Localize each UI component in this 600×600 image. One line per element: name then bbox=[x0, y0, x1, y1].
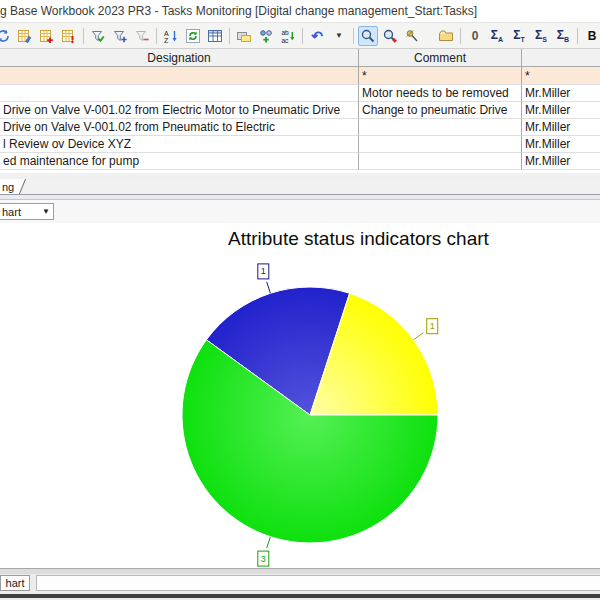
sort-az-icon[interactable]: AZ bbox=[161, 26, 181, 46]
sum-b-icon[interactable]: ΣB bbox=[553, 26, 573, 46]
sheet-add-icon[interactable] bbox=[37, 26, 57, 46]
toolbar-separator bbox=[83, 28, 84, 44]
chart-title: Attribute status indicators chart bbox=[228, 228, 489, 250]
filter-row: ** bbox=[0, 67, 600, 85]
chart-type-select[interactable]: hart ▼ bbox=[0, 203, 54, 220]
svg-text:1: 1 bbox=[430, 321, 435, 331]
toolbar-separator bbox=[302, 28, 303, 44]
refresh-icon[interactable] bbox=[183, 26, 203, 46]
sum-s-icon[interactable]: ΣS bbox=[531, 26, 551, 46]
filter-remove-icon[interactable] bbox=[132, 26, 152, 46]
table-cell[interactable] bbox=[359, 119, 522, 136]
toolbar-separator bbox=[353, 28, 354, 44]
table-cell[interactable]: Change to pneumatic Drive bbox=[359, 102, 522, 119]
zoom-goto-icon[interactable] bbox=[380, 26, 400, 46]
sync-icon[interactable] bbox=[0, 26, 13, 46]
tab-tasks-monitoring[interactable]: ng bbox=[0, 179, 16, 194]
application-window: g Base Workbook 2023 PR3 - Tasks Monitor… bbox=[0, 0, 600, 600]
main-toolbar: AZabac↶▼0ΣAΣTΣSΣBBIU bbox=[0, 23, 600, 49]
table-cell[interactable]: Mr.Miller bbox=[522, 102, 600, 119]
pie-label: 1 bbox=[258, 264, 271, 293]
chart-tab-strip: hart bbox=[0, 574, 600, 593]
title-bar: g Base Workbook 2023 PR3 - Tasks Monitor… bbox=[0, 0, 600, 23]
filter-cell[interactable]: * bbox=[522, 67, 600, 85]
toolbar-separator bbox=[460, 28, 461, 44]
rename-icon[interactable] bbox=[234, 26, 254, 46]
table-cell[interactable]: Mr.Miller bbox=[522, 136, 600, 153]
table-cell[interactable]: Mr.Miller bbox=[522, 153, 600, 170]
filter-add-icon[interactable] bbox=[110, 26, 130, 46]
pin-icon[interactable] bbox=[402, 26, 422, 46]
svg-text:Z: Z bbox=[164, 37, 169, 44]
tab-label: ng bbox=[2, 181, 14, 193]
window-title: g Base Workbook 2023 PR3 - Tasks Monitor… bbox=[0, 4, 477, 18]
properties-icon[interactable] bbox=[436, 26, 456, 46]
table-cell[interactable]: l Review ov Device XYZ bbox=[0, 136, 359, 153]
column-header-assigned-to[interactable]: Assigned to bbox=[522, 49, 600, 67]
svg-text:ac: ac bbox=[282, 36, 290, 43]
window-border bbox=[0, 594, 600, 598]
pie-chart: 113 bbox=[0, 223, 600, 568]
table-row: ed maintenance for pumpMr.Miller bbox=[0, 153, 600, 170]
sum-a-icon[interactable]: ΣA bbox=[487, 26, 507, 46]
table-cell[interactable] bbox=[0, 85, 359, 102]
tasks-table: Designation Comment Assigned to **Motor … bbox=[0, 49, 600, 173]
sheet-edit-icon[interactable] bbox=[15, 26, 35, 46]
table-row: Motor needs to be removedMr.Miller bbox=[0, 85, 600, 102]
undo-icon[interactable]: ↶ bbox=[307, 26, 327, 46]
pie-label: 1 bbox=[414, 319, 438, 340]
tab-strip-track bbox=[36, 575, 600, 591]
column-header-comment[interactable]: Comment bbox=[359, 49, 522, 67]
table-cell[interactable]: Motor needs to be removed bbox=[359, 85, 522, 102]
table-cell[interactable] bbox=[359, 136, 522, 153]
svg-text:ab: ab bbox=[282, 29, 290, 36]
add-link-icon[interactable] bbox=[256, 26, 276, 46]
filter-cell[interactable]: * bbox=[359, 67, 522, 85]
toolbar-separator bbox=[229, 28, 230, 44]
toolbar-separator bbox=[577, 28, 578, 44]
svg-text:3: 3 bbox=[261, 554, 266, 564]
table-cell[interactable]: Drive on Valve V-001.02 from Pneumatic t… bbox=[0, 119, 359, 136]
svg-text:A: A bbox=[164, 29, 169, 36]
pie-label: 3 bbox=[258, 537, 271, 566]
table-header-row: Designation Comment Assigned to bbox=[0, 49, 600, 67]
table-cell[interactable]: Drive on Valve V-001.02 from Electric Mo… bbox=[0, 102, 359, 119]
table-row: Drive on Valve V-001.02 from Pneumatic t… bbox=[0, 119, 600, 136]
worksheet-tab-strip: ng bbox=[0, 179, 600, 195]
zoom-icon[interactable] bbox=[358, 26, 378, 46]
column-header-designation[interactable]: Designation bbox=[0, 49, 359, 67]
toolbar-separator bbox=[156, 28, 157, 44]
sum-t-icon[interactable]: ΣT bbox=[509, 26, 529, 46]
replace-icon[interactable]: abac bbox=[278, 26, 298, 46]
table-cell[interactable]: Mr.Miller bbox=[522, 119, 600, 136]
bold-icon[interactable]: B bbox=[582, 26, 600, 46]
filter-check-icon[interactable] bbox=[88, 26, 108, 46]
table-cell[interactable]: Mr.Miller bbox=[522, 85, 600, 102]
sheet-alert-icon[interactable] bbox=[59, 26, 79, 46]
table-cell[interactable]: ed maintenance for pump bbox=[0, 153, 359, 170]
table-row: Drive on Valve V-001.02 from Electric Mo… bbox=[0, 102, 600, 119]
undo-dropdown-icon[interactable]: ▼ bbox=[329, 26, 349, 46]
tab-chart[interactable]: hart bbox=[0, 575, 30, 591]
zero-icon[interactable]: 0 bbox=[465, 26, 485, 46]
chevron-down-icon: ▼ bbox=[42, 207, 53, 216]
tab-label: hart bbox=[6, 577, 25, 589]
chart-pane: Attribute status indicators chart 113 bbox=[0, 223, 600, 568]
table-body: **Motor needs to be removedMr.MillerDriv… bbox=[0, 67, 600, 170]
svg-text:1: 1 bbox=[261, 266, 266, 276]
chart-toolbar: hart ▼ bbox=[0, 200, 600, 224]
window-bottom-edge bbox=[0, 593, 600, 600]
filter-cell[interactable] bbox=[0, 67, 359, 85]
table-cell[interactable] bbox=[359, 153, 522, 170]
chart-type-value: hart bbox=[0, 206, 42, 218]
table-icon[interactable] bbox=[205, 26, 225, 46]
table-row: l Review ov Device XYZMr.Miller bbox=[0, 136, 600, 153]
